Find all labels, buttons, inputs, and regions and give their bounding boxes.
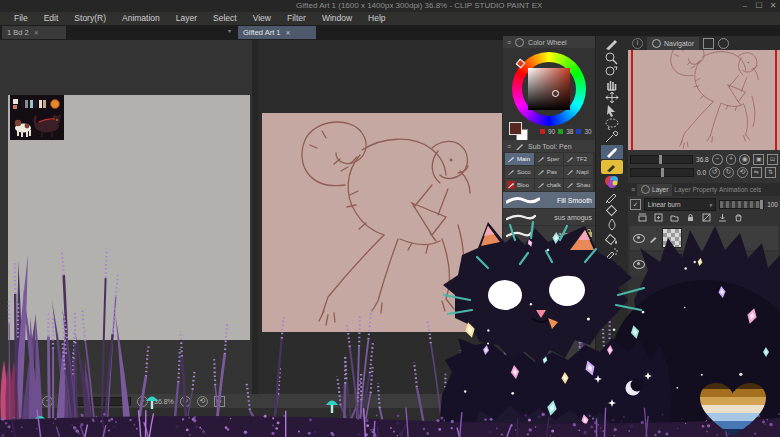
flag-stripe <box>697 397 769 405</box>
flag-stripe <box>697 405 769 413</box>
overlay-artwork <box>0 0 780 437</box>
clip-studio-paint-window: Gifted Art 1 (1600 x 1400px 300dpi) 36.8… <box>0 0 780 437</box>
